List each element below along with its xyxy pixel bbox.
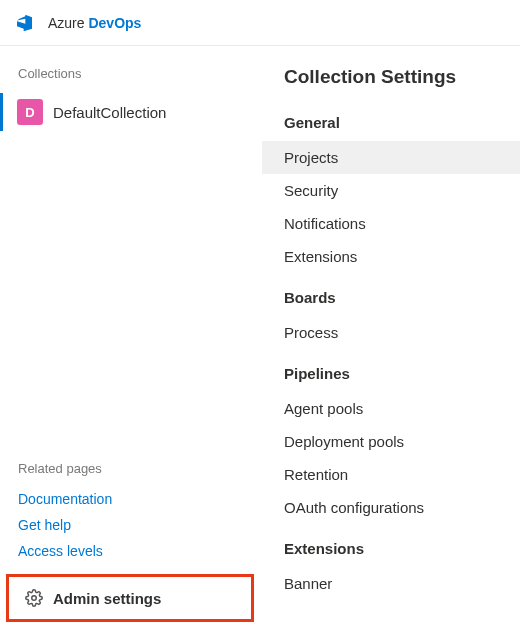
right-panel: Collection Settings GeneralProjectsSecur… xyxy=(260,46,520,626)
brand-part2: DevOps xyxy=(88,15,141,31)
link-get-help[interactable]: Get help xyxy=(18,512,242,538)
settings-group: ExtensionsBanner xyxy=(262,534,520,610)
settings-item-projects[interactable]: Projects xyxy=(262,141,520,174)
collection-badge: D xyxy=(17,99,43,125)
link-access-levels[interactable]: Access levels xyxy=(18,538,242,564)
settings-item-oauth-configurations[interactable]: OAuth configurations xyxy=(262,491,520,524)
admin-settings-button[interactable]: Admin settings xyxy=(6,574,254,622)
settings-item-agent-pools[interactable]: Agent pools xyxy=(262,392,520,425)
settings-item-deployment-pools[interactable]: Deployment pools xyxy=(262,425,520,458)
left-sidebar: Collections D DefaultCollection Related … xyxy=(0,46,260,626)
settings-item-security[interactable]: Security xyxy=(262,174,520,207)
settings-group-heading: General xyxy=(262,108,520,141)
collection-name: DefaultCollection xyxy=(53,104,166,121)
settings-item-notifications[interactable]: Notifications xyxy=(262,207,520,240)
settings-group: GeneralProjectsSecurityNotificationsExte… xyxy=(262,108,520,283)
collection-settings-title: Collection Settings xyxy=(262,66,520,108)
brand-part1: Azure xyxy=(48,15,88,31)
brand-label[interactable]: Azure DevOps xyxy=(48,15,141,31)
settings-group-heading: Pipelines xyxy=(262,359,520,392)
top-bar: Azure DevOps xyxy=(0,0,520,46)
gear-icon xyxy=(25,589,43,607)
settings-item-retention[interactable]: Retention xyxy=(262,458,520,491)
collection-item-default[interactable]: D DefaultCollection xyxy=(0,93,260,131)
collections-heading: Collections xyxy=(0,66,260,93)
settings-group: BoardsProcess xyxy=(262,283,520,359)
azure-devops-icon xyxy=(16,12,38,34)
related-pages-heading: Related pages xyxy=(18,461,242,476)
settings-group: PipelinesAgent poolsDeployment poolsRete… xyxy=(262,359,520,534)
settings-group-heading: Boards xyxy=(262,283,520,316)
settings-item-extensions[interactable]: Extensions xyxy=(262,240,520,273)
svg-point-0 xyxy=(32,596,37,601)
related-pages-block: Related pages Documentation Get help Acc… xyxy=(0,461,260,568)
admin-settings-label: Admin settings xyxy=(53,590,161,607)
settings-item-process[interactable]: Process xyxy=(262,316,520,349)
settings-group-heading: Extensions xyxy=(262,534,520,567)
link-documentation[interactable]: Documentation xyxy=(18,486,242,512)
settings-item-banner[interactable]: Banner xyxy=(262,567,520,600)
